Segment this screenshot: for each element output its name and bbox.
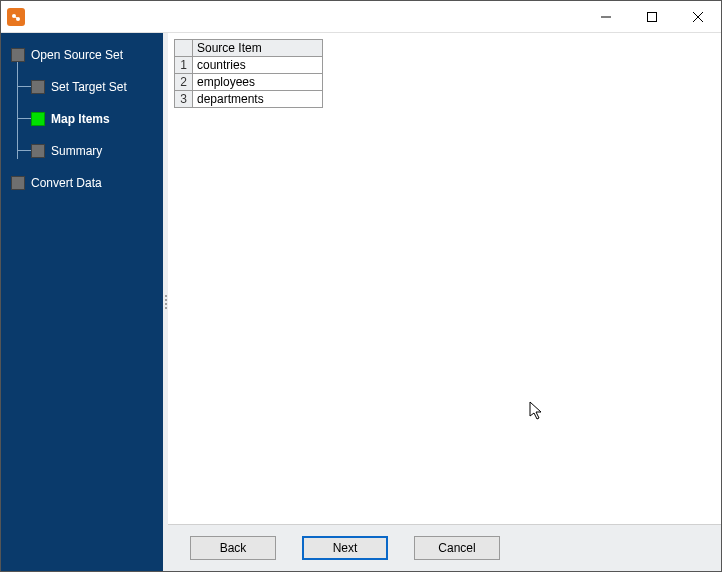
step-box-icon xyxy=(31,80,45,94)
table-row[interactable]: 1 countries xyxy=(175,57,323,74)
row-number: 2 xyxy=(175,74,193,91)
wizard-footer: Back Next Cancel xyxy=(168,525,721,571)
cell-source-item[interactable]: countries xyxy=(193,57,323,74)
maximize-button[interactable] xyxy=(629,1,675,32)
wizard-steps-list: Open Source Set Set Target Set Map Items… xyxy=(11,43,157,195)
row-number: 1 xyxy=(175,57,193,74)
main-panel: Source Item 1 countries 2 employees xyxy=(168,33,721,571)
wizard-window: Open Source Set Set Target Set Map Items… xyxy=(0,0,722,572)
cell-source-item[interactable]: departments xyxy=(193,91,323,108)
content-area: Source Item 1 countries 2 employees xyxy=(168,33,721,525)
next-button[interactable]: Next xyxy=(302,536,388,560)
step-box-icon xyxy=(31,112,45,126)
back-button[interactable]: Back xyxy=(190,536,276,560)
step-box-icon xyxy=(11,48,25,62)
step-label: Set Target Set xyxy=(51,80,127,94)
table-corner[interactable] xyxy=(175,40,193,57)
step-box-icon xyxy=(31,144,45,158)
splitter-grip-icon xyxy=(165,295,167,309)
source-items-table: Source Item 1 countries 2 employees xyxy=(174,39,323,108)
app-icon xyxy=(7,8,25,26)
titlebar-left xyxy=(1,8,33,26)
step-label: Open Source Set xyxy=(31,48,123,62)
row-number: 3 xyxy=(175,91,193,108)
window-controls xyxy=(583,1,721,32)
table-row[interactable]: 2 employees xyxy=(175,74,323,91)
step-open-source-set[interactable]: Open Source Set xyxy=(11,43,157,67)
step-label: Summary xyxy=(51,144,102,158)
tree-connector xyxy=(17,150,31,151)
step-convert-data[interactable]: Convert Data xyxy=(11,171,157,195)
svg-rect-3 xyxy=(648,12,657,21)
step-label: Convert Data xyxy=(31,176,102,190)
minimize-button[interactable] xyxy=(583,1,629,32)
tree-connector xyxy=(17,86,31,87)
titlebar xyxy=(1,1,721,33)
column-header-source-item[interactable]: Source Item xyxy=(193,40,323,57)
tree-connector xyxy=(17,118,31,119)
cancel-button[interactable]: Cancel xyxy=(414,536,500,560)
step-set-target-set[interactable]: Set Target Set xyxy=(31,75,157,99)
body: Open Source Set Set Target Set Map Items… xyxy=(1,33,721,571)
wizard-steps-sidebar: Open Source Set Set Target Set Map Items… xyxy=(1,33,163,571)
step-box-icon xyxy=(11,176,25,190)
step-label: Map Items xyxy=(51,112,110,126)
close-button[interactable] xyxy=(675,1,721,32)
tree-connector xyxy=(17,55,18,159)
step-map-items[interactable]: Map Items xyxy=(31,107,157,131)
step-summary[interactable]: Summary xyxy=(31,139,157,163)
cell-source-item[interactable]: employees xyxy=(193,74,323,91)
table-row[interactable]: 3 departments xyxy=(175,91,323,108)
